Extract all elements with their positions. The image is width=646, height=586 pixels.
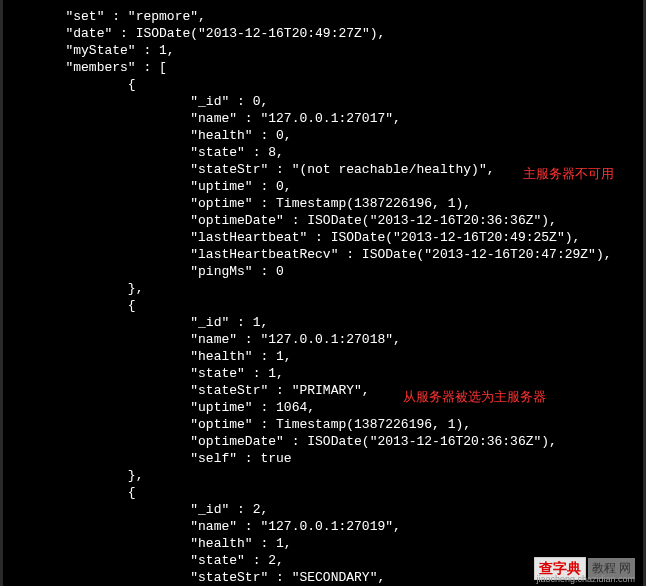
code-line: "health" : 0, <box>3 127 643 144</box>
code-line: { <box>3 76 643 93</box>
code-line: "lastHeartbeatRecv" : ISODate("2013-12-1… <box>3 246 643 263</box>
code-line: "myState" : 1, <box>3 42 643 59</box>
code-line: "uptime" : 1064, <box>3 399 643 416</box>
terminal-output: "set" : "repmore", "date" : ISODate("201… <box>3 8 643 586</box>
code-line: "state" : 1, <box>3 365 643 382</box>
code-line: { <box>3 484 643 501</box>
code-line: }, <box>3 280 643 297</box>
code-line: "stateStr" : "PRIMARY", <box>3 382 643 399</box>
code-line: "_id" : 1, <box>3 314 643 331</box>
code-line: "optimeDate" : ISODate("2013-12-16T20:36… <box>3 212 643 229</box>
code-line: "set" : "repmore", <box>3 8 643 25</box>
annotation-secondary-elected: 从服务器被选为主服务器 <box>403 388 546 405</box>
code-line: "_id" : 0, <box>3 93 643 110</box>
code-line: { <box>3 297 643 314</box>
code-line: "name" : "127.0.0.1:27019", <box>3 518 643 535</box>
code-line: "lastHeartbeat" : ISODate("2013-12-16T20… <box>3 229 643 246</box>
code-line: "self" : true <box>3 450 643 467</box>
code-line: "name" : "127.0.0.1:27017", <box>3 110 643 127</box>
code-line: "health" : 1, <box>3 348 643 365</box>
code-line: "health" : 1, <box>3 535 643 552</box>
code-line: }, <box>3 467 643 484</box>
code-line: "optime" : Timestamp(1387226196, 1), <box>3 195 643 212</box>
annotation-primary-down: 主服务器不可用 <box>523 165 614 182</box>
code-line: "optime" : Timestamp(1387226196, 1), <box>3 416 643 433</box>
code-line: "pingMs" : 0 <box>3 263 643 280</box>
code-line: "name" : "127.0.0.1:27018", <box>3 331 643 348</box>
code-line: "date" : ISODate("2013-12-16T20:49:27Z")… <box>3 25 643 42</box>
code-line: "members" : [ <box>3 59 643 76</box>
watermark-url: jiaocheng.chazidian.com <box>536 571 635 586</box>
code-line: "_id" : 2, <box>3 501 643 518</box>
code-line: "optimeDate" : ISODate("2013-12-16T20:36… <box>3 433 643 450</box>
code-line: "state" : 8, <box>3 144 643 161</box>
